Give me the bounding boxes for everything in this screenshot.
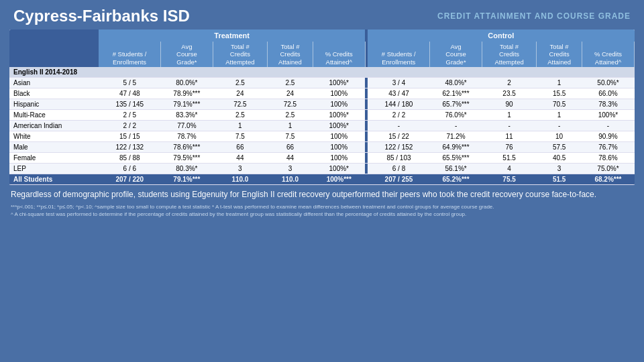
table-row: All Students207 / 22079.1%***110.0110.01…	[9, 174, 635, 185]
group-label-row: English II 2014-2018	[9, 67, 635, 78]
table-row: Female85 / 8879.5%***4444100%85 / 10365.…	[9, 153, 635, 164]
table-body: English II 2014-2018Asian5 / 580.0%*2.52…	[9, 67, 635, 185]
control-group-header: Control	[368, 29, 634, 42]
t-attained-header: Total #CreditsAttained	[268, 42, 313, 67]
t-pct-header: % CreditsAttained^	[313, 42, 365, 67]
subject-header-empty	[9, 29, 99, 67]
footer-text: Regardless of demographic profile, stude…	[0, 185, 644, 202]
t-avg-header: AvgCourseGrade*	[161, 42, 213, 67]
page-subtitle: CREDIT ATTAINMENT AND COURSE GRADE	[437, 11, 631, 21]
footnote2: ^ A chi-square test was performed to det…	[11, 210, 633, 218]
footnotes: ***p<.001; **p≤.01; *p≤.05; ^p<.10; ^sam…	[0, 202, 644, 218]
c-pct-header: % CreditsAttained^	[582, 42, 634, 67]
c-attained-header: Total #CreditsAttained	[537, 42, 582, 67]
data-table: Treatment Control # Students /Enrollment…	[9, 29, 635, 185]
table-row: Asian5 / 580.0%*2.52.5100%*3 / 448.0%*21…	[9, 78, 635, 88]
main-table-container: Treatment Control # Students /Enrollment…	[9, 29, 635, 185]
c-attempted-header: Total #CreditsAttempted	[482, 42, 536, 67]
table-row: White15 / 1578.7%7.57.5100%15 / 2271.2%1…	[9, 131, 635, 142]
footer-main: Regardless of demographic profile, stude…	[11, 190, 596, 199]
table-row: Male122 / 13278.6%***6666100%122 / 15264…	[9, 142, 635, 153]
table-row: Multi-Race2 / 583.3%*2.52.5100%*2 / 276.…	[9, 110, 635, 121]
treatment-group-header: Treatment	[99, 29, 365, 42]
table-row: Hispanic135 / 14579.1%***72.572.5100%144…	[9, 99, 635, 110]
t-attempted-header: Total #CreditsAttempted	[213, 42, 267, 67]
c-students-header: # Students /Enrollments	[368, 42, 430, 67]
col-header-row: # Students /Enrollments AvgCourseGrade* …	[9, 42, 635, 67]
table-row: American Indian2 / 277.0%11100%*-----	[9, 121, 635, 131]
table-row: LEP6 / 680.3%*33100%*6 / 856.1%*4375.0%*	[9, 164, 635, 174]
c-avg-header: AvgCourseGrade*	[430, 42, 482, 67]
group-header-row: Treatment Control	[9, 29, 635, 42]
footnote1: ***p<.001; **p≤.01; *p≤.05; ^p<.10; ^sam…	[11, 203, 633, 210]
table-row: Black47 / 4878.9%***2424100%43 / 4762.1%…	[9, 88, 635, 99]
t-students-header: # Students /Enrollments	[99, 42, 161, 67]
page-title: Cypress-Fairbanks ISD	[13, 7, 190, 25]
